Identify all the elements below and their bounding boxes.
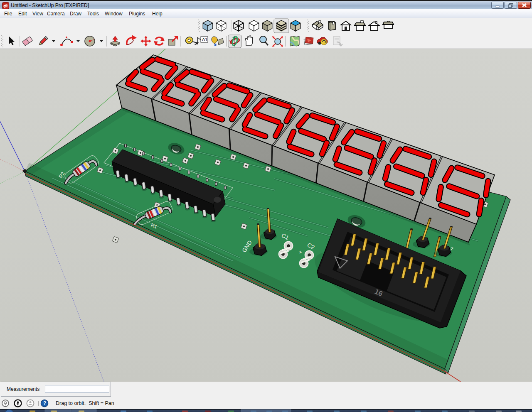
svg-text:A1: A1 (202, 37, 207, 42)
svg-text:?: ? (43, 400, 46, 406)
